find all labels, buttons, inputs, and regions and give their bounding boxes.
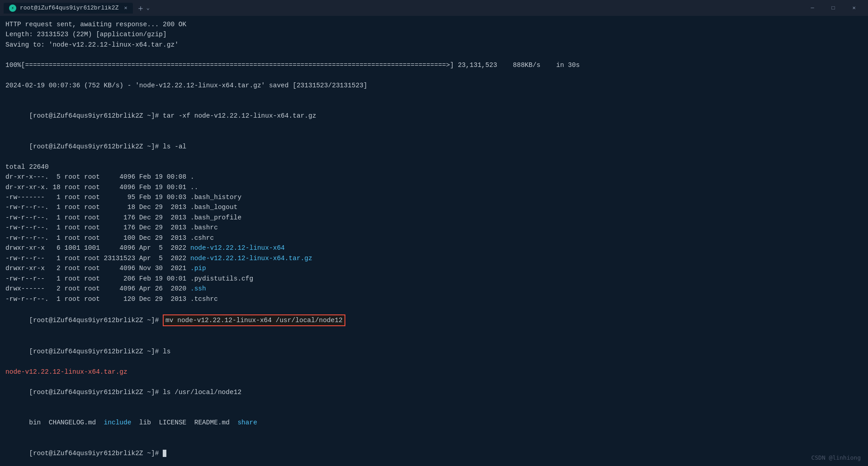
output-line-1: HTTP request sent, awaiting response... … [5, 19, 863, 29]
cmd-ls-node12: ls /usr/local/node12 [163, 389, 241, 396]
ls-node12-result: bin CHANGELOG.md include lib LICENSE REA… [5, 408, 863, 438]
ls-row-pydistutils: -rw-r--r-- 1 root root 206 Feb 19 00:01 … [5, 274, 863, 284]
ls-row-cur: dr-xr-x---. 5 root root 4096 Feb 19 00:0… [5, 172, 863, 182]
progress-bar-line: 100%[===================================… [5, 60, 863, 70]
window-controls: ─ □ ✕ [802, 0, 864, 16]
ls-row-node-dir: drwxr-xr-x 6 1001 1001 4096 Apr 5 2022 n… [5, 243, 863, 253]
ls-result-tgz: node-v12.22.12-linux-x64.tar.gz [5, 367, 863, 377]
ls-row-cshrc: -rw-r--r--. 1 root root 100 Dec 29 2013 … [5, 233, 863, 243]
ls-row-bash-profile: -rw-r--r--. 1 root root 176 Dec 29 2013 … [5, 213, 863, 223]
blank-1 [5, 50, 863, 60]
cmd-line-ls2: [root@iZuf64qus9iyr612brlik2Z ~]# ls [5, 337, 863, 367]
new-tab-button[interactable]: ＋ [137, 3, 145, 14]
output-line-2: Length: 23131523 (22M) [application/gzip… [5, 29, 863, 39]
prompt-mv: [root@iZuf64qus9iyr612brlik2Z ~]# [29, 317, 163, 324]
cursor [163, 450, 166, 457]
terminal-window: ⚡ root@iZuf64qus9iyr612brlik2Z ✕ ＋ ⌄ ─ □… [0, 0, 868, 466]
output-line-3: Saving to: 'node-v12.22.12-linux-x64.tar… [5, 40, 863, 50]
prompt-ls-node12: [root@iZuf64qus9iyr612brlik2Z ~]# [29, 389, 163, 396]
output-line-saved: 2024-02-19 00:07:36 (752 KB/s) - 'node-v… [5, 81, 863, 90]
maximize-button[interactable]: □ [823, 0, 844, 16]
tab-dropdown-button[interactable]: ⌄ [146, 5, 150, 11]
terminal-body[interactable]: HTTP request sent, awaiting response... … [0, 16, 868, 466]
ls-row-parent: dr-xr-xr-x. 18 root root 4096 Feb 19 00:… [5, 182, 863, 192]
ls-row-ssh: drwx------ 2 root root 4096 Apr 26 2020 … [5, 284, 863, 294]
prompt-final: [root@iZuf64qus9iyr612brlik2Z ~]# [29, 450, 163, 457]
ls-row-tcshrc: -rw-r--r--. 1 root root 120 Dec 29 2013 … [5, 294, 863, 304]
cmd-tar: tar -xf node-v12.22.12-linux-x64.tar.gz [163, 112, 316, 119]
watermark: CSDN @linhiong [811, 453, 861, 462]
blank-2 [5, 70, 863, 80]
tab-title: root@iZuf64qus9iyr612brlik2Z [20, 5, 118, 11]
ls-row-pip: drwxr-xr-x 2 root root 4096 Nov 30 2021 … [5, 263, 863, 273]
final-prompt: [root@iZuf64qus9iyr612brlik2Z ~]# [5, 438, 863, 466]
prompt-ls2: [root@iZuf64qus9iyr612brlik2Z ~]# [29, 348, 163, 355]
title-bar: ⚡ root@iZuf64qus9iyr612brlik2Z ✕ ＋ ⌄ ─ □… [0, 0, 868, 16]
terminal-tab[interactable]: ⚡ root@iZuf64qus9iyr612brlik2Z ✕ [4, 3, 133, 14]
tab-icon: ⚡ [9, 5, 16, 12]
close-button[interactable]: ✕ [844, 0, 864, 16]
minimize-button[interactable]: ─ [802, 0, 823, 16]
cmd-line-tar: [root@iZuf64qus9iyr612brlik2Z ~]# tar -x… [5, 101, 863, 131]
cmd-ls2: ls [163, 348, 170, 355]
ls-row-bashrc: -rw-r--r--. 1 root root 176 Dec 29 2013 … [5, 223, 863, 233]
cmd-ls-al: ls -al [163, 143, 186, 150]
tab-close-button[interactable]: ✕ [124, 5, 127, 11]
prompt-2: [root@iZuf64qus9iyr612brlik2Z ~]# [29, 143, 163, 150]
prompt-1: [root@iZuf64qus9iyr612brlik2Z ~]# [29, 112, 163, 119]
ls-row-node-tgz: -rw-r--r-- 1 root root 23131523 Apr 5 20… [5, 253, 863, 263]
ls-row-bash-history: -rw------- 1 root root 95 Feb 19 00:03 .… [5, 192, 863, 202]
total-line: total 22640 [5, 162, 863, 172]
cmd-line-mv: [root@iZuf64qus9iyr612brlik2Z ~]# mv nod… [5, 304, 863, 336]
blank-3 [5, 90, 863, 100]
cmd-line-ls-node12: [root@iZuf64qus9iyr612brlik2Z ~]# ls /us… [5, 377, 863, 407]
ls-row-bash-logout: -rw-r--r--. 1 root root 18 Dec 29 2013 .… [5, 202, 863, 212]
cmd-line-ls-al: [root@iZuf64qus9iyr612brlik2Z ~]# ls -al [5, 131, 863, 162]
cmd-mv-highlighted: mv node-v12.22.12-linux-x64 /usr/local/n… [163, 314, 345, 326]
